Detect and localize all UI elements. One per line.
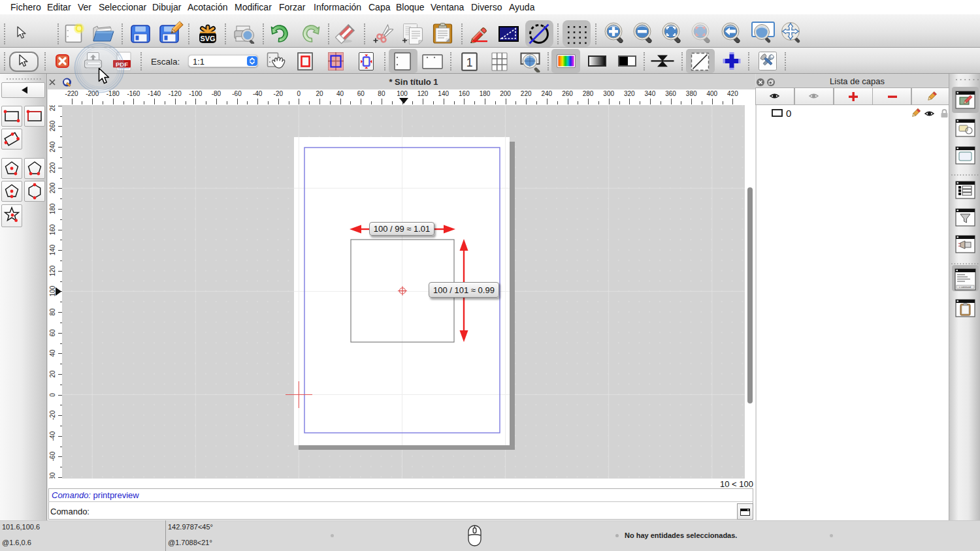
svg-text:PDF: PDF	[116, 61, 128, 68]
svg-text:SVG: SVG	[200, 35, 215, 42]
svg-text:c command: c command	[959, 286, 971, 289]
svg-text:1: 1	[466, 56, 473, 69]
